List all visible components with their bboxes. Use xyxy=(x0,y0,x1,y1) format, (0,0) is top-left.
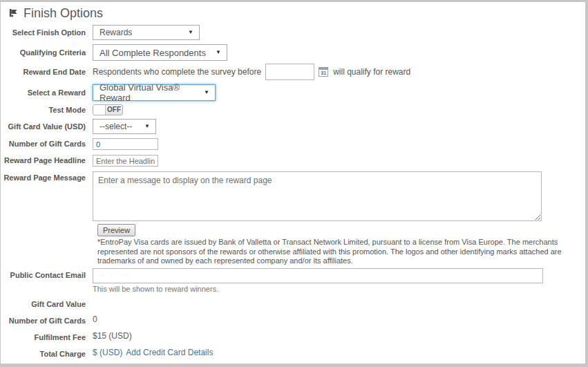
select-a-reward-row: Select a Reward Global Virtual Visa® Rew… xyxy=(1,84,585,101)
public-contact-email-row: Public Contact Email ·· · · ·· This will… xyxy=(1,268,585,293)
reward-page-message-textarea[interactable] xyxy=(93,171,542,221)
entropay-disclaimer-text: *EntroPay Visa cards are issued by Bank … xyxy=(97,238,585,266)
public-contact-email-help-text: This will be shown to reward winners. xyxy=(93,285,543,293)
gift-card-value-select[interactable]: --select-- ▼ xyxy=(93,119,156,134)
qualifying-criteria-label: Qualifying Criteria xyxy=(1,48,93,57)
preview-button[interactable]: Preview xyxy=(97,224,135,236)
dropdown-arrow-icon: ▼ xyxy=(216,50,221,55)
qualifying-criteria-select[interactable]: All Complete Respondents ▼ xyxy=(93,44,227,61)
finish-option-select[interactable]: Rewards ▼ xyxy=(93,25,200,40)
reward-page-headline-label: Reward Page Headline xyxy=(1,156,93,165)
number-of-gift-cards-row: Number of Gift Cards xyxy=(1,138,585,150)
charge-summary: Gift Card Value Number of Gift Cards 0 F… xyxy=(1,298,585,359)
reward-selected-value: Global Virtual Visa® Reward xyxy=(99,82,198,103)
gift-card-value-row: Gift Card Value (USD) --select-- ▼ xyxy=(1,119,585,134)
calendar-icon-day: 31 xyxy=(319,70,328,76)
reward-end-date-row: Reward End Date Respondents who complete… xyxy=(1,64,585,80)
number-of-gift-cards-input[interactable] xyxy=(93,138,158,150)
calendar-icon[interactable]: 31 xyxy=(319,67,328,77)
summary-total-charge-label: Total Charge xyxy=(1,348,93,359)
summary-number-of-gift-cards-row: Number of Gift Cards 0 xyxy=(1,314,585,326)
test-mode-row: Test Mode OFF xyxy=(1,104,585,115)
toggle-knob xyxy=(93,105,106,115)
reward-page-message-row: Reward Page Message xyxy=(1,171,585,221)
terms-agreement-row: I agree to the Terms of Service xyxy=(99,364,585,367)
gift-card-value-label: Gift Card Value (USD) xyxy=(1,122,93,131)
reward-end-date-input[interactable] xyxy=(265,64,314,80)
test-mode-toggle[interactable]: OFF xyxy=(93,104,123,115)
reward-page-message-label: Reward Page Message xyxy=(1,173,93,182)
summary-number-of-gift-cards-label: Number of Gift Cards xyxy=(1,314,93,326)
finish-options-panel: Finish Options Select Finish Option Rewa… xyxy=(0,0,588,367)
summary-fulfilment-fee-label: Fulfilment Fee xyxy=(1,331,93,342)
summary-total-charge-row: Total Charge $ (USD)Add Credit Card Deta… xyxy=(1,348,585,359)
summary-total-charge-value: $ (USD) xyxy=(93,348,122,357)
select-finish-option-row: Select Finish Option Rewards ▼ xyxy=(1,25,585,40)
reward-select[interactable]: Global Virtual Visa® Reward ▼ xyxy=(93,84,216,101)
toggle-state-text: OFF xyxy=(106,105,122,115)
public-contact-email-label: Public Contact Email xyxy=(1,271,93,280)
reward-page-headline-input[interactable] xyxy=(93,155,158,167)
agree-text: I agree to the xyxy=(113,364,165,367)
add-credit-card-details-link[interactable]: Add Credit Card Details xyxy=(126,348,213,357)
page-title: Finish Options xyxy=(23,6,103,20)
qualifying-criteria-selected-value: All Complete Respondents xyxy=(99,48,206,58)
summary-gift-card-value-label: Gift Card Value xyxy=(1,298,93,309)
select-a-reward-label: Select a Reward xyxy=(1,88,93,97)
summary-fulfilment-fee-row: Fulfilment Fee $15 (USD) xyxy=(1,331,585,342)
summary-fulfilment-fee-value: $15 (USD) xyxy=(93,331,132,341)
reward-end-date-label: Reward End Date xyxy=(1,68,93,77)
select-finish-option-label: Select Finish Option xyxy=(1,28,93,37)
reward-end-date-prefix-text: Respondents who complete the survey befo… xyxy=(93,67,261,77)
summary-gift-card-value-row: Gift Card Value xyxy=(1,298,585,309)
finish-flag-icon xyxy=(8,8,19,19)
public-contact-email-input[interactable] xyxy=(93,268,543,283)
summary-number-of-gift-cards-value: 0 xyxy=(93,314,97,324)
reward-page-headline-row: Reward Page Headline xyxy=(1,155,585,167)
gift-card-value-selected: --select-- xyxy=(99,122,132,131)
test-mode-label: Test Mode xyxy=(1,106,93,115)
finish-option-selected-value: Rewards xyxy=(99,28,132,37)
terms-checkbox[interactable] xyxy=(99,364,108,367)
preview-button-row: Preview xyxy=(97,223,585,236)
panel-header: Finish Options xyxy=(1,2,585,20)
reward-end-date-suffix-text: will qualify for reward xyxy=(333,67,410,77)
dropdown-arrow-icon: ▼ xyxy=(188,30,193,35)
number-of-gift-cards-label: Number of Gift Cards xyxy=(1,140,93,149)
dropdown-arrow-icon: ▼ xyxy=(144,124,150,129)
qualifying-criteria-row: Qualifying Criteria All Complete Respond… xyxy=(1,44,585,61)
terms-of-service-link[interactable]: Terms of Service xyxy=(167,364,234,367)
dropdown-arrow-icon: ▼ xyxy=(204,90,209,95)
